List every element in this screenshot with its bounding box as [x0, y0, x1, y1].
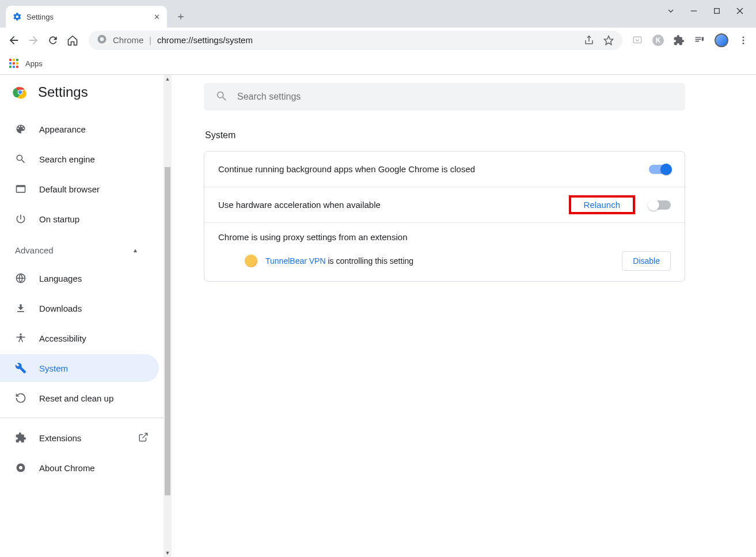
sidebar-item-label: Languages [39, 274, 82, 283]
palette-icon [15, 123, 26, 135]
scrollbar-thumb[interactable] [165, 167, 170, 495]
back-button[interactable] [7, 33, 21, 47]
disable-button[interactable]: Disable [622, 251, 671, 271]
sidebar-item-label: On startup [39, 214, 79, 224]
sidebar-item-accessibility[interactable]: Accessibility [0, 324, 159, 352]
search-icon [15, 153, 26, 165]
apps-label[interactable]: Apps [25, 59, 43, 68]
menu-button[interactable] [738, 35, 749, 46]
download-icon [15, 302, 26, 314]
sidebar-scrollbar[interactable]: ▲ ▼ [164, 75, 172, 557]
browser-toolbar: Chrome | chrome://settings/system K [0, 28, 756, 53]
extensions-icon[interactable] [673, 35, 685, 46]
proxy-extension-text: TunnelBear VPN is controlling this setti… [265, 256, 413, 266]
chevron-up-icon: ▲ [132, 247, 138, 253]
toggle-background-apps[interactable] [649, 165, 671, 174]
puzzle-icon [15, 432, 26, 444]
browser-icon [15, 183, 26, 195]
row-label: Chrome is using proxy settings from an e… [218, 232, 671, 242]
forward-button[interactable] [26, 33, 40, 47]
power-icon [15, 213, 26, 225]
svg-marker-7 [605, 36, 613, 44]
row-label: Use hardware acceleration when available [218, 200, 569, 210]
apps-grid-icon[interactable] [9, 59, 20, 69]
row-background-apps: Continue running background apps when Go… [204, 151, 685, 187]
user-avatar[interactable] [715, 33, 728, 47]
sidebar-item-default-browser[interactable]: Default browser [0, 175, 159, 203]
sidebar-item-label: Appearance [39, 124, 86, 134]
open-in-new-icon [138, 432, 149, 444]
extension-k-icon[interactable]: K [652, 35, 664, 46]
relaunch-highlight: Relaunch [569, 195, 635, 214]
search-settings-box[interactable] [204, 83, 685, 111]
sidebar-item-system[interactable]: System [0, 354, 159, 382]
sidebar-item-label: Downloads [39, 304, 82, 313]
address-separator: | [149, 36, 151, 45]
sidebar-item-label: About Chrome [39, 463, 95, 473]
section-title: System [204, 130, 685, 141]
pocket-icon[interactable] [632, 35, 643, 46]
maximize-button[interactable] [712, 6, 721, 16]
browser-tab[interactable]: Settings ✕ [6, 6, 167, 28]
svg-point-9 [743, 36, 744, 38]
address-scheme-label: Chrome [113, 35, 143, 45]
home-button[interactable] [66, 33, 79, 47]
new-tab-button[interactable] [173, 9, 189, 25]
minimize-button[interactable] [689, 6, 698, 16]
svg-point-11 [743, 42, 744, 44]
svg-point-5 [100, 37, 104, 41]
wrench-icon [15, 362, 26, 374]
chrome-icon [97, 34, 107, 46]
restore-icon [15, 392, 26, 404]
sidebar-item-reset[interactable]: Reset and clean up [0, 384, 159, 412]
page-title: Settings [38, 84, 88, 100]
scroll-down-arrow[interactable]: ▼ [164, 549, 172, 557]
chevron-down-icon[interactable] [666, 6, 675, 16]
sidebar-item-label: Default browser [39, 184, 100, 194]
sidebar-item-about[interactable]: About Chrome [0, 454, 159, 482]
sidebar-item-label: Reset and clean up [39, 393, 113, 403]
system-card: Continue running background apps when Go… [204, 151, 685, 282]
sidebar-item-on-startup[interactable]: On startup [0, 205, 159, 233]
chrome-icon [15, 462, 26, 473]
tunnelbear-link[interactable]: TunnelBear VPN [265, 256, 326, 266]
advanced-label: Advanced [15, 245, 54, 255]
svg-line-18 [143, 433, 147, 438]
sidebar-item-downloads[interactable]: Downloads [0, 294, 159, 322]
address-bar[interactable]: Chrome | chrome://settings/system [89, 31, 622, 50]
tab-title: Settings [26, 13, 149, 21]
search-settings-input[interactable] [237, 92, 674, 102]
window-controls [666, 0, 756, 22]
sidebar-item-extensions[interactable]: Extensions [0, 424, 159, 452]
reload-button[interactable] [46, 33, 60, 47]
sidebar-item-languages[interactable]: Languages [0, 264, 159, 292]
tab-close-button[interactable]: ✕ [154, 13, 160, 21]
sidebar-item-search-engine[interactable]: Search engine [0, 145, 159, 173]
scroll-up-arrow[interactable]: ▲ [164, 75, 172, 83]
sidebar-item-label: Extensions [39, 433, 81, 443]
sidebar-nav: Appearance Search engine Default browser… [0, 115, 164, 482]
sidebar-advanced-toggle[interactable]: Advanced ▲ [0, 235, 164, 262]
relaunch-button[interactable]: Relaunch [576, 194, 628, 215]
settings-content: Settings Appearance Search engine Defaul… [0, 75, 756, 557]
toggle-hardware-accel[interactable] [649, 200, 671, 210]
settings-main: System Continue running background apps … [172, 75, 756, 557]
star-icon[interactable] [603, 35, 614, 46]
sidebar-item-appearance[interactable]: Appearance [0, 115, 159, 143]
svg-rect-8 [633, 37, 641, 43]
globe-icon [15, 272, 26, 284]
sidebar-item-label: Search engine [39, 154, 95, 164]
divider [0, 418, 164, 418]
sidebar-item-label: System [39, 363, 68, 373]
chrome-logo-icon [13, 85, 28, 100]
share-icon[interactable] [583, 35, 595, 46]
settings-header: Settings [0, 75, 164, 113]
svg-rect-1 [715, 9, 720, 14]
close-window-button[interactable] [735, 6, 744, 16]
svg-point-17 [20, 334, 21, 335]
tab-strip: Settings ✕ [0, 0, 756, 28]
svg-point-10 [743, 39, 744, 41]
gear-icon [13, 12, 22, 21]
svg-point-20 [19, 466, 22, 469]
reading-list-icon[interactable] [694, 35, 705, 46]
